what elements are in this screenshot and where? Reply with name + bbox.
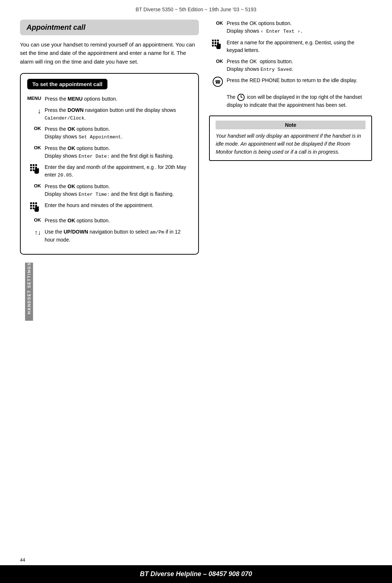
step-key-ok4: OK xyxy=(27,217,41,223)
page-number: 44 xyxy=(20,557,25,563)
callout-box-title: To set the appointment call xyxy=(27,79,107,89)
svg-rect-19 xyxy=(215,40,216,41)
svg-rect-3 xyxy=(30,167,32,169)
svg-rect-18 xyxy=(212,40,214,41)
main-content: Appointment call You can use your handse… xyxy=(20,16,372,255)
right-step-key-ok2: OK xyxy=(209,58,223,64)
step-keypad2: Enter the hours and minutes of the appoi… xyxy=(27,202,192,213)
svg-rect-7 xyxy=(33,169,34,171)
keypad-icon-1 xyxy=(27,163,41,175)
svg-rect-0 xyxy=(30,164,32,166)
note-box-content: Your handset will only display an appoin… xyxy=(216,132,366,156)
right-step-ok1: OK Press the OK options button. Display … xyxy=(209,20,372,35)
svg-rect-11 xyxy=(35,202,37,204)
step-key-ok2: OK xyxy=(27,145,41,150)
step-key-ok3: OK xyxy=(27,183,41,189)
sidebar-tab: HANDSET SETTINGS xyxy=(25,263,33,321)
right-column: OK Press the OK options button. Display … xyxy=(209,20,372,255)
right-step-content-ok1: Press the OK options button. Display sho… xyxy=(226,20,372,35)
svg-rect-20 xyxy=(217,40,219,41)
svg-rect-21 xyxy=(212,42,214,44)
keypad-icon-2 xyxy=(27,202,41,213)
svg-rect-25 xyxy=(215,45,216,46)
intro-text: You can use your handset to remind yours… xyxy=(20,40,199,66)
right-step-content-phone: Press the RED PHONE button to return to … xyxy=(226,77,372,84)
right-step-key-ok1: OK xyxy=(209,20,223,26)
down-arrow-icon: ↓ xyxy=(27,106,41,115)
step-keypad1: Enter the day and month of the appointme… xyxy=(27,163,192,179)
step-list: MENU Press the MENU options button. ↓ Pr… xyxy=(27,95,192,244)
step-content-keypad2: Enter the hours and minutes of the appoi… xyxy=(45,202,192,209)
callout-box: To set the appointment call MENU Press t… xyxy=(20,73,199,255)
svg-text:☎: ☎ xyxy=(215,79,221,85)
step-key-ok1: OK xyxy=(27,125,41,131)
step-down: ↓ Press the DOWN navigation button until… xyxy=(27,106,192,122)
clock-icon xyxy=(237,94,245,101)
svg-rect-9 xyxy=(30,202,32,204)
phone-circle-icon: ☎ xyxy=(213,77,223,87)
updown-arrow-icon: ↑↓ xyxy=(27,228,41,236)
section-title-box: Appointment call xyxy=(20,20,199,35)
right-step-ok2: OK Press the OK options button. Display … xyxy=(209,58,372,73)
svg-rect-2 xyxy=(35,164,37,166)
step-updown: ↑↓ Use the UP/DOWN navigation button to … xyxy=(27,228,192,244)
page-footer: BT Diverse Helpline – 08457 908 070 xyxy=(0,565,392,583)
step-menu: MENU Press the MENU options button. xyxy=(27,95,192,103)
step-content-menu: Press the MENU options button. xyxy=(45,95,192,103)
step-content-keypad1: Enter the day and month of the appointme… xyxy=(45,163,192,179)
clock-note: The icon will be displayed in the top ri… xyxy=(209,93,372,109)
section-title: Appointment call xyxy=(26,23,192,32)
right-step-keypad: Enter a name for the appointment, e.g. D… xyxy=(209,39,372,54)
svg-rect-16 xyxy=(33,207,34,209)
footer-helpline: BT Diverse Helpline – 08457 908 070 xyxy=(140,570,252,578)
step-ok3: OK Press the OK options button. Display … xyxy=(27,183,192,198)
step-content-updown: Use the UP/DOWN navigation button to sel… xyxy=(45,228,192,244)
keypad-hand-svg-1 xyxy=(29,163,41,175)
page-header: BT Diverse 5350 ~ 5th Edition ~ 19th Jun… xyxy=(0,0,392,16)
step-content-ok4: Press the OK options button. xyxy=(45,217,192,224)
svg-rect-15 xyxy=(30,207,32,209)
svg-rect-12 xyxy=(30,205,32,207)
sidebar-label: HANDSET SETTINGS xyxy=(27,262,31,314)
phone-icon-wrapper: ☎ xyxy=(209,77,223,87)
svg-rect-6 xyxy=(30,169,32,171)
step-ok1: OK Press the OK options button. Display … xyxy=(27,125,192,141)
keypad-hand-svg-2 xyxy=(29,202,41,213)
note-box: Note Your handset will only display an a… xyxy=(209,116,372,161)
svg-rect-13 xyxy=(33,205,34,207)
right-keypad-icon xyxy=(209,39,223,50)
step-content-ok1: Press the OK options button. Display sho… xyxy=(45,125,192,141)
step-ok4: OK Press the OK options button. xyxy=(27,217,192,224)
step-ok2: OK Press the OK options button. Display … xyxy=(27,145,192,160)
step-content-ok2: Press the OK options button. Display sho… xyxy=(45,145,192,160)
right-step-list: OK Press the OK options button. Display … xyxy=(209,20,372,87)
svg-rect-22 xyxy=(215,42,216,44)
svg-rect-10 xyxy=(33,202,34,204)
header-title: BT Diverse 5350 ~ 5th Edition ~ 19th Jun… xyxy=(136,7,257,12)
right-step-phone: ☎ Press the RED PHONE button to return t… xyxy=(209,77,372,87)
svg-rect-4 xyxy=(33,167,34,169)
left-column: Appointment call You can use your handse… xyxy=(20,20,199,255)
note-box-title: Note xyxy=(216,121,366,129)
svg-rect-1 xyxy=(33,164,34,166)
step-key-menu: MENU xyxy=(27,95,41,101)
right-keypad-svg xyxy=(211,39,223,50)
step-content-down: Press the DOWN navigation button until t… xyxy=(45,106,192,122)
svg-rect-24 xyxy=(212,45,214,46)
right-step-content-keypad: Enter a name for the appointment, e.g. D… xyxy=(226,39,372,54)
step-content-ok3: Press the OK options button. Display sho… xyxy=(45,183,192,198)
right-step-content-ok2: Press the OK options button. Display sho… xyxy=(226,58,372,73)
